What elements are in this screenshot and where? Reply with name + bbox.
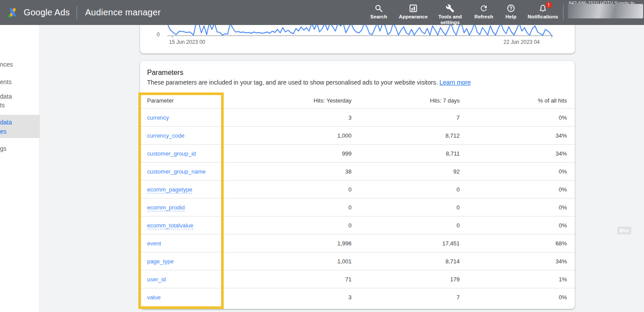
nav-label: Help <box>506 14 517 20</box>
sidebar-item-label: nces <box>0 61 13 68</box>
parameters-description: These parameters are included in your ta… <box>147 79 471 86</box>
sidebar-item-label: data <box>0 118 40 127</box>
hits-yesterday-value: 3 <box>348 294 352 301</box>
hits-7-days-value: 0 <box>457 186 460 193</box>
x-axis-start-label: 15 Jun 2023 00 <box>169 39 205 45</box>
hits-yesterday-value: 3 <box>348 114 352 121</box>
nav-refresh[interactable]: Refresh <box>468 0 499 20</box>
table-row: customer_group_name 38 92 0% <box>140 162 575 180</box>
parameter-link[interactable]: currency_code <box>147 132 184 139</box>
pct-of-all-hits-value: 68% <box>556 240 567 247</box>
parameter-link[interactable]: event <box>147 240 161 247</box>
nav-label: Appearance <box>399 14 428 20</box>
hits-line-chart <box>167 25 553 36</box>
nav-label: Notifications <box>528 14 558 20</box>
hits-yesterday-value: 1,000 <box>337 132 352 139</box>
parameter-link[interactable]: customer_group_id <box>147 150 196 157</box>
pct-of-all-hits-value: 0% <box>559 186 567 193</box>
product-name: Google Ads <box>24 7 70 18</box>
hits-chart-card: 0 15 Jun 2023 00 22 Jun 2023 04 <box>140 25 575 53</box>
sidebar-item-audiences[interactable]: nces <box>0 60 40 69</box>
pct-of-all-hits-value: 0% <box>559 294 567 301</box>
hits-yesterday-value: 1,001 <box>337 258 352 265</box>
hits-7-days-value: 17,451 <box>442 240 460 247</box>
table-row: ecomm_pagetype 0 0 0% <box>140 180 575 198</box>
table-row: page_type 1,001 8,714 34% <box>140 252 575 270</box>
hits-yesterday-value: 999 <box>342 150 352 157</box>
hits-yesterday-value: 0 <box>348 222 352 229</box>
nav-appearance[interactable]: Appearance <box>395 0 432 20</box>
hits-7-days-value: 7 <box>457 294 460 301</box>
hits-7-days-value: 179 <box>450 276 460 283</box>
parameter-link[interactable]: page_type <box>147 258 174 265</box>
table-row: ecomm_prodid 0 0 0% <box>140 198 575 216</box>
parameter-link[interactable]: ecomm_prodid <box>147 204 185 212</box>
hits-yesterday-value: 38 <box>345 168 352 175</box>
sidebar-item-segments[interactable]: ents <box>0 78 40 86</box>
help-icon: ? <box>507 4 515 13</box>
sidebar-item-label: ents <box>0 78 11 85</box>
pct-of-all-hits-value: 34% <box>556 150 567 157</box>
parameter-link[interactable]: user_id <box>147 276 166 283</box>
account-info[interactable]: 842-686-1510 HDTV Supply In <box>568 0 644 25</box>
pct-of-all-hits-value: 0% <box>559 168 567 175</box>
table-row: ecomm_totalvalue 0 0 0% <box>140 216 575 234</box>
header-divider <box>77 6 77 19</box>
hits-7-days-value: 8,712 <box>445 132 460 139</box>
parameters-title: Parameters <box>147 69 183 77</box>
parameter-link[interactable]: value <box>147 294 161 301</box>
hits-7-days-value: 92 <box>454 168 460 175</box>
pct-of-all-hits-value: 1% <box>559 276 567 283</box>
table-row: event 1,996 17,451 68% <box>140 234 575 252</box>
nav-notifications[interactable]: Notifications ! <box>523 0 563 20</box>
col-header-parameter: Parameter <box>147 97 174 103</box>
hits-7-days-value: 8,714 <box>445 258 460 265</box>
nav-help[interactable]: ? Help <box>499 0 523 20</box>
pct-of-all-hits-value: 0% <box>559 222 567 229</box>
parameters-table: Parameter Hits: Yesterday Hits: 7 days %… <box>140 92 575 306</box>
sidebar-item-label: data <box>0 92 40 101</box>
table-row: customer_group_id 999 8,711 34% <box>140 144 575 162</box>
appearance-icon <box>409 4 418 13</box>
parameter-link[interactable]: ecomm_pagetype <box>147 186 192 194</box>
sidebar-item-your-data-insights[interactable]: data ts <box>0 92 40 110</box>
table-row: currency_code 1,000 8,712 34% <box>140 126 575 144</box>
learn-more-link[interactable]: Learn more <box>440 79 471 86</box>
svg-text:?: ? <box>510 6 513 11</box>
parameter-link[interactable]: ecomm_totalvalue <box>147 222 194 230</box>
refresh-icon <box>479 4 488 13</box>
col-header-hits-7-days: Hits: 7 days <box>430 97 460 103</box>
hits-yesterday-value: 1,996 <box>337 240 352 247</box>
x-axis-tick <box>172 36 172 38</box>
col-header-pct-of-all-hits: % of all hits <box>538 97 567 103</box>
notification-badge: ! <box>545 2 552 8</box>
sidebar: nces ents data ts data es gs <box>0 25 40 312</box>
hits-yesterday-value: 0 <box>348 204 352 211</box>
table-header-row: Parameter Hits: Yesterday Hits: 7 days %… <box>140 92 575 108</box>
header-divider <box>563 5 563 20</box>
parameters-card: Parameters These parameters are included… <box>140 61 575 309</box>
header-nav: Search Appearance Tools and settings <box>362 0 563 25</box>
x-axis-tick <box>552 36 552 38</box>
sidebar-item-settings[interactable]: gs <box>0 144 40 153</box>
hits-7-days-value: 7 <box>457 114 460 121</box>
google-ads-logo-icon <box>7 7 18 18</box>
table-row: currency 3 7 0% <box>140 108 575 126</box>
nav-search[interactable]: Search <box>362 0 395 20</box>
nav-label: Refresh <box>475 14 493 20</box>
hits-7-days-value: 0 <box>457 222 460 229</box>
google-ads-logo[interactable]: Google Ads <box>7 7 70 18</box>
nav-tools-and-settings[interactable]: Tools and settings <box>432 0 468 25</box>
parameter-link[interactable]: customer_group_name <box>147 168 206 175</box>
sidebar-item-label: es <box>0 127 40 136</box>
col-header-hits-yesterday: Hits: Yesterday <box>313 97 352 103</box>
x-axis-line <box>167 35 553 36</box>
pct-of-all-hits-value: 0% <box>559 114 567 121</box>
search-icon <box>374 4 383 13</box>
parameter-link[interactable]: currency <box>147 114 169 121</box>
sidebar-item-your-data-sources-active[interactable]: data es <box>0 115 40 138</box>
sidebar-item-label: gs <box>0 145 7 152</box>
nav-label: Search <box>370 14 387 20</box>
pct-of-all-hits-value: 0% <box>559 204 567 211</box>
chart-series-line <box>167 25 552 35</box>
